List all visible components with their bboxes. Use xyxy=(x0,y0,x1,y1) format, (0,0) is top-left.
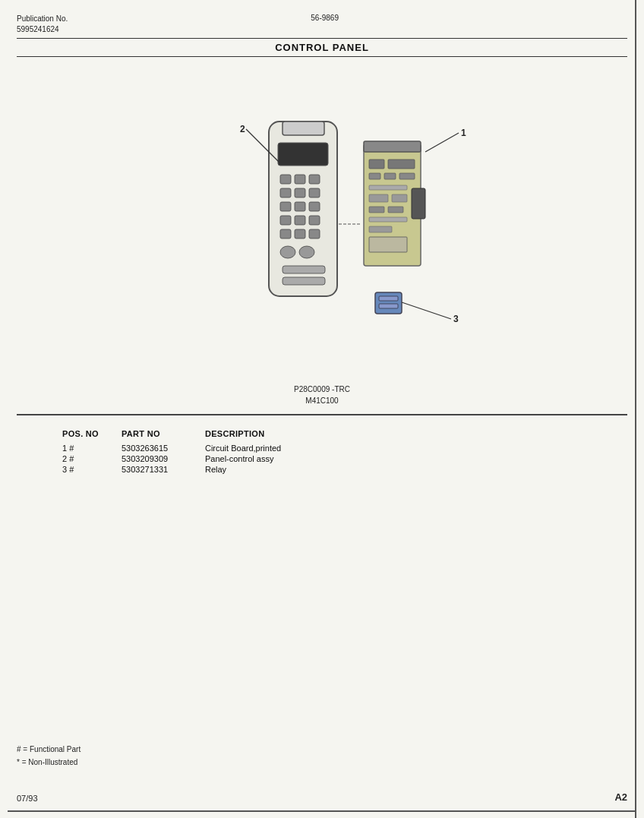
svg-rect-31 xyxy=(369,194,388,202)
cell-desc: Circuit Board,printed xyxy=(205,443,357,453)
svg-rect-36 xyxy=(369,226,392,232)
svg-line-41 xyxy=(425,133,459,152)
cell-desc: Panel-control assy xyxy=(205,453,357,464)
svg-rect-23 xyxy=(364,141,421,152)
svg-rect-20 xyxy=(283,266,325,273)
svg-rect-3 xyxy=(280,175,291,184)
col-header-pos: POS. NO xyxy=(62,428,122,443)
cell-pos: 1 # xyxy=(62,443,122,453)
cell-desc: Relay xyxy=(205,464,357,475)
svg-rect-14 xyxy=(309,216,320,225)
footer-page: A2 xyxy=(614,791,627,803)
svg-point-18 xyxy=(280,246,295,258)
svg-rect-8 xyxy=(309,188,320,197)
svg-rect-37 xyxy=(369,237,407,252)
legend-non-illustrated: * = Non-Illustrated xyxy=(17,756,80,769)
publication-info: Publication No. 5995241624 xyxy=(17,14,68,35)
svg-rect-34 xyxy=(388,207,403,213)
svg-rect-39 xyxy=(379,296,398,301)
table-row: 3 #5303271331Relay xyxy=(62,464,357,475)
cell-pos: 3 # xyxy=(62,464,122,475)
svg-rect-40 xyxy=(379,304,398,308)
svg-rect-29 xyxy=(412,188,425,219)
cell-part: 5303209309 xyxy=(122,453,205,464)
svg-rect-26 xyxy=(369,173,380,179)
svg-rect-21 xyxy=(283,277,325,285)
relay-component xyxy=(375,292,402,314)
svg-rect-38 xyxy=(375,292,402,314)
caption-line1: P28C0009 -TRC xyxy=(294,385,350,393)
cell-part: 5303271331 xyxy=(122,464,205,475)
svg-rect-13 xyxy=(295,216,305,225)
pub-number: 5995241624 xyxy=(17,25,59,33)
svg-rect-32 xyxy=(392,194,407,202)
col-header-desc: DESCRIPTION xyxy=(205,428,357,443)
parts-section: POS. NO PART NO DESCRIPTION 1 #530326361… xyxy=(17,428,627,475)
footer-legend: # = Functional Part * = Non-Illustrated xyxy=(17,743,80,769)
legend-functional: # = Functional Part xyxy=(17,743,80,756)
svg-text:3: 3 xyxy=(453,314,459,324)
page: Publication No. 5995241624 56-9869 CONTR… xyxy=(0,0,644,818)
header: Publication No. 5995241624 56-9869 xyxy=(17,14,627,35)
cell-pos: 2 # xyxy=(62,453,122,464)
pub-label: Publication No. xyxy=(17,14,68,23)
svg-rect-24 xyxy=(369,159,384,169)
parts-table: POS. NO PART NO DESCRIPTION 1 #530326361… xyxy=(62,428,357,475)
part-number-header: 56-9869 xyxy=(311,14,339,22)
diagram-area: 1 2 3 xyxy=(17,65,627,384)
svg-rect-4 xyxy=(295,175,305,184)
svg-rect-33 xyxy=(369,207,384,213)
svg-rect-9 xyxy=(280,202,291,211)
svg-rect-7 xyxy=(295,188,305,197)
svg-point-19 xyxy=(299,246,314,258)
col-header-part: PART NO xyxy=(122,428,205,443)
diagram-svg: 1 2 3 xyxy=(170,72,474,376)
svg-rect-5 xyxy=(309,175,320,184)
caption-line2: M41C100 xyxy=(305,396,338,405)
svg-rect-12 xyxy=(280,216,291,225)
title-section: CONTROL PANEL xyxy=(17,38,627,57)
page-footer: 07/93 A2 xyxy=(17,791,627,803)
svg-rect-17 xyxy=(309,229,320,238)
svg-rect-2 xyxy=(278,143,328,166)
svg-text:2: 2 xyxy=(240,124,245,134)
panel-device xyxy=(269,122,337,296)
diagram-caption: P28C0009 -TRC M41C100 xyxy=(17,384,627,406)
table-row: 2 #5303209309Panel-control assy xyxy=(62,453,357,464)
svg-rect-6 xyxy=(280,188,291,197)
svg-rect-16 xyxy=(295,229,305,238)
svg-text:1: 1 xyxy=(461,128,466,138)
table-header-row: POS. NO PART NO DESCRIPTION xyxy=(62,428,357,443)
cell-part: 5303263615 xyxy=(122,443,205,453)
footer-date: 07/93 xyxy=(17,794,38,803)
circuit-board xyxy=(364,141,425,266)
svg-rect-27 xyxy=(384,173,396,179)
svg-rect-1 xyxy=(283,122,324,135)
svg-rect-35 xyxy=(369,217,407,222)
svg-rect-10 xyxy=(295,202,305,211)
border-right xyxy=(635,0,636,818)
border-bottom xyxy=(8,810,636,812)
svg-line-45 xyxy=(402,302,451,319)
page-title: CONTROL PANEL xyxy=(17,42,627,53)
svg-rect-30 xyxy=(369,185,407,190)
table-row: 1 #5303263615Circuit Board,printed xyxy=(62,443,357,453)
section-divider xyxy=(17,414,627,415)
svg-rect-15 xyxy=(280,229,291,238)
svg-rect-28 xyxy=(399,173,415,179)
svg-rect-11 xyxy=(309,202,320,211)
svg-rect-25 xyxy=(388,159,415,169)
